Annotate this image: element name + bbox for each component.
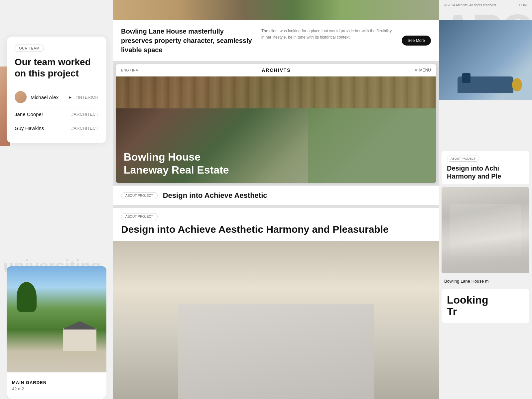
blue-sofa-image bbox=[439, 20, 532, 100]
member-name: Guy Hawkins bbox=[15, 125, 67, 131]
member-role: #INTERIOR bbox=[75, 95, 98, 100]
about-title-1: Design into Achieve Aesthetic bbox=[163, 191, 267, 200]
garden-card: MAIN GARDEN 42 m2 bbox=[7, 266, 106, 399]
copyright-text: © 2024 Archivts. All rights reserved bbox=[444, 3, 496, 7]
team-member[interactable]: Michael Alex ▸ #INTERIOR bbox=[15, 87, 98, 107]
looking-section: Looking Tr bbox=[442, 289, 529, 323]
menu-label: MENU bbox=[419, 68, 431, 72]
browser-nav: ENG / INA ARCHIVTS ≡ MENU bbox=[116, 64, 436, 76]
nav-home-label[interactable]: HOM bbox=[519, 3, 527, 7]
nav-menu-button[interactable]: ≡ MENU bbox=[414, 67, 431, 73]
team-title: Our team worked on this project bbox=[15, 57, 98, 79]
cursor-icon: ▸ bbox=[69, 94, 71, 100]
garden-info: MAIN GARDEN 42 m2 bbox=[7, 372, 106, 399]
interior-bottom-visual bbox=[113, 241, 439, 399]
browser-frame: ENG / INA ARCHIVTS ≡ MENU Bowling House … bbox=[116, 64, 436, 183]
see-more-button[interactable]: See More bbox=[402, 36, 431, 46]
top-section: Bowling Lane House masterfully preserves… bbox=[113, 0, 439, 61]
center-panel: Bowling Lane House masterfully preserves… bbox=[113, 0, 439, 399]
top-house-image bbox=[113, 0, 439, 20]
right-about-title: Design into Achi Harmony and Ple bbox=[447, 164, 524, 180]
nav-language[interactable]: ENG / INA bbox=[121, 68, 138, 72]
house-decoration bbox=[63, 328, 96, 351]
interior-overlay-text: Bowling House Laneway Real Estate bbox=[124, 151, 229, 176]
right-about-badge: ABOUT PROJECT bbox=[447, 156, 479, 162]
garden-image bbox=[7, 266, 106, 372]
right-about-section: ABOUT PROJECT Design into Achi Harmony a… bbox=[442, 151, 529, 184]
stair-visual bbox=[442, 187, 529, 273]
pillow-shape bbox=[462, 73, 470, 83]
team-card: OUR TEAM Our team worked on this project… bbox=[7, 37, 106, 143]
bowling-text: Bowling Lane House m bbox=[439, 276, 532, 286]
stairs-visual bbox=[178, 304, 374, 399]
wood-ceiling bbox=[116, 76, 436, 108]
looking-title: Looking Tr bbox=[447, 294, 524, 318]
avatar bbox=[15, 91, 27, 103]
team-member[interactable]: Guy Hawkins #ARCHITECT bbox=[15, 121, 98, 135]
hamburger-icon: ≡ bbox=[414, 67, 417, 73]
right-about-container: ABOUT PROJECT Design into Achi Harmony a… bbox=[439, 151, 532, 323]
about-title-2: Design into Achieve Aesthetic Harmony an… bbox=[121, 223, 431, 235]
nav-brand: ARCHIVTS bbox=[138, 67, 414, 73]
top-content: Bowling Lane House masterfully preserves… bbox=[113, 20, 439, 61]
about-badge-1: ABOUT PROJECT bbox=[121, 192, 158, 199]
bottom-center-image bbox=[113, 241, 439, 399]
our-team-badge: OUR TEAM bbox=[15, 45, 44, 52]
interior-image: Bowling House Laneway Real Estate bbox=[116, 76, 436, 183]
garden-size: 42 m2 bbox=[12, 386, 101, 391]
project-title: Bowling Lane House masterfully preserves… bbox=[121, 27, 255, 55]
tree-decoration bbox=[17, 282, 37, 312]
team-member[interactable]: Jane Cooper #ARCHITECT bbox=[15, 107, 98, 121]
divider bbox=[113, 61, 439, 62]
right-panel: © 2024 Archivts. All rights reserved HOM… bbox=[439, 0, 532, 399]
member-role: #ARCHITECT bbox=[71, 112, 98, 117]
about-section-1: ABOUT PROJECT Design into Achieve Aesthe… bbox=[113, 186, 439, 205]
member-name: Michael Alex bbox=[31, 94, 64, 100]
right-top-bar: © 2024 Archivts. All rights reserved HOM bbox=[439, 0, 532, 10]
right-staircase-photo bbox=[442, 187, 529, 273]
garden-label: MAIN GARDEN bbox=[12, 380, 101, 385]
project-description: The client was looking for a place that … bbox=[261, 27, 395, 55]
member-name: Jane Cooper bbox=[15, 111, 67, 117]
about-badge-2: ABOUT PROJECT bbox=[121, 213, 158, 220]
left-panel: OUR TEAM Our team worked on this project… bbox=[0, 0, 113, 399]
member-role: #ARCHITECT bbox=[71, 126, 98, 131]
about-section-2: ABOUT PROJECT Design into Achieve Aesthe… bbox=[113, 208, 439, 241]
